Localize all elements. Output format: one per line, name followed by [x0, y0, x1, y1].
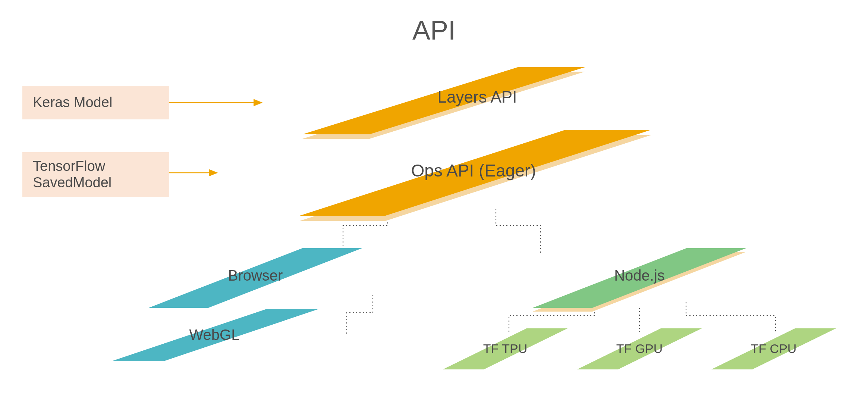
savedmodel-line2: SavedModel [33, 175, 111, 190]
diagram-title: API [0, 15, 868, 46]
tf-cpu-label: TF CPU [690, 341, 858, 356]
dotted-ops-to-node [492, 209, 552, 257]
layers-api-label: Layers API [261, 88, 694, 106]
savedmodel-box: TensorFlow SavedModel [22, 152, 169, 197]
keras-model-label: Keras Model [33, 94, 112, 111]
keras-model-box: Keras Model [22, 86, 169, 119]
dotted-node-to-gpu [634, 306, 649, 336]
ops-api-label: Ops API (Eager) [209, 160, 738, 181]
arrow-keras-to-layers [169, 97, 266, 108]
dotted-node-to-cpu [682, 302, 783, 336]
webgl-label: WebGL [60, 327, 369, 343]
browser-label: Browser [101, 267, 410, 284]
node-label: Node.js [485, 267, 794, 284]
savedmodel-line1: TensorFlow [33, 158, 105, 174]
